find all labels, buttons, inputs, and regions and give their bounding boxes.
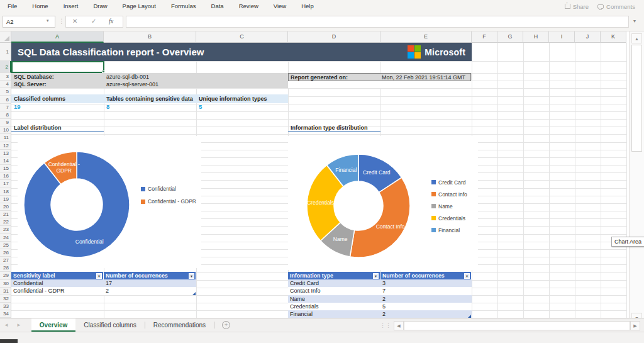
menu-item-data[interactable]: Data [204, 0, 231, 13]
sql-server-value: azure-sql-server-001 [106, 81, 158, 87]
legend-item-confidential[interactable]: Confidential [141, 183, 196, 195]
filter-dropdown-icon[interactable]: ▼ [464, 273, 470, 279]
sheet-tab-classified-columns[interactable]: Classified columns [75, 318, 144, 332]
legend-item-contact-info[interactable]: Contact Info [431, 188, 467, 200]
horizontal-scrollbar-thumb[interactable] [404, 321, 630, 330]
row-header-22[interactable]: 22 [0, 218, 11, 226]
row-header-16[interactable]: 16 [0, 172, 11, 180]
column-header-B[interactable]: B [104, 31, 196, 43]
row-header-33[interactable]: 33 [0, 303, 11, 310]
menu-item-review[interactable]: Review [231, 0, 266, 13]
row-header-4[interactable]: 4 [0, 81, 11, 88]
row-header-25[interactable]: 25 [0, 242, 11, 249]
row-header-10[interactable]: 10 [0, 127, 11, 134]
sheet-tab-recommendations[interactable]: Recommendations [145, 318, 214, 332]
column-header-C[interactable]: C [196, 31, 288, 43]
menubar-right: Share Comments [565, 3, 644, 10]
filter-dropdown-icon[interactable]: ▼ [373, 273, 379, 279]
vertical-scrollbar-thumb[interactable] [631, 45, 642, 152]
sheet-nav-right-icon[interactable]: ► [13, 318, 25, 332]
row-header-13[interactable]: 13 [0, 150, 11, 157]
column-header-E[interactable]: E [380, 31, 472, 43]
scroll-up-icon[interactable]: ▲ [631, 33, 642, 43]
menu-item-view[interactable]: View [266, 0, 294, 13]
row-header-20[interactable]: 20 [0, 203, 11, 211]
row-header-2[interactable]: 2 [0, 61, 11, 73]
column-header-I[interactable]: I [549, 31, 575, 43]
row-header-32[interactable]: 32 [0, 295, 11, 303]
status-bar [0, 332, 644, 343]
row-header-1[interactable]: 1 [0, 43, 11, 61]
column-header-G[interactable]: G [497, 31, 523, 43]
selected-cell-outline[interactable] [11, 61, 104, 73]
row-header-5[interactable]: 5 [0, 88, 11, 96]
row-header-23[interactable]: 23 [0, 226, 11, 233]
select-all-corner[interactable] [0, 31, 11, 43]
row-header-19[interactable]: 19 [0, 196, 11, 203]
row-header-29[interactable]: 29 [0, 272, 11, 279]
legend-item-confidential-gdpr[interactable]: Confidential - GDPR [141, 195, 196, 208]
label-distribution-chart[interactable]: ConfidentialConfidential -GDPRConfidenti… [18, 136, 201, 268]
menu-item-home[interactable]: Home [25, 0, 55, 13]
row-header-15[interactable]: 15 [0, 165, 11, 172]
row-header-31[interactable]: 31 [0, 288, 11, 295]
menu-item-help[interactable]: Help [294, 0, 321, 13]
scrollbar-resize-handle[interactable]: ⋮⋮ [380, 322, 391, 329]
row-header-26[interactable]: 26 [0, 249, 11, 257]
row-header-27[interactable]: 27 [0, 257, 11, 264]
fill-handle[interactable] [102, 70, 105, 73]
enter-icon[interactable]: ✓ [91, 18, 96, 25]
menu-item-formulas[interactable]: Formulas [164, 0, 204, 13]
legend-item-name[interactable]: Name [431, 200, 467, 212]
comments-button[interactable]: Comments [597, 3, 635, 10]
info-type-distribution-chart[interactable]: Credit CardContact InfoNameCredentialsFi… [288, 136, 478, 270]
share-button[interactable]: Share [565, 3, 589, 10]
row-header-21[interactable]: 21 [0, 211, 11, 218]
sheet-nav-left-icon[interactable]: ◄ [0, 318, 13, 332]
row-header-6[interactable]: 6 [0, 96, 11, 104]
sheet-tab-overview[interactable]: Overview [31, 318, 75, 332]
cancel-icon[interactable]: ✕ [72, 18, 77, 25]
column-header-D[interactable]: D [288, 31, 380, 43]
scroll-right-icon[interactable]: ▶ [630, 321, 640, 330]
column-header-F[interactable]: F [472, 31, 497, 43]
legend-swatch-icon [431, 192, 436, 196]
legend-item-financial[interactable]: Financial [431, 224, 467, 236]
row-header-24[interactable]: 24 [0, 234, 11, 242]
add-sheet-icon[interactable]: + [222, 321, 230, 329]
column-header-H[interactable]: H [523, 31, 549, 43]
insert-function-icon[interactable]: fx [109, 18, 113, 25]
row-header-7[interactable]: 7 [0, 104, 11, 111]
row-header-30[interactable]: 30 [0, 280, 11, 288]
row-header-11[interactable]: 11 [0, 134, 11, 142]
row-header-28[interactable]: 28 [0, 264, 11, 272]
row-header-12[interactable]: 12 [0, 142, 11, 150]
row-header-18[interactable]: 18 [0, 188, 11, 196]
column-header-A[interactable]: A [11, 31, 104, 43]
table-resize-handle[interactable] [192, 292, 196, 295]
scroll-left-icon[interactable]: ◀ [394, 321, 404, 330]
formula-bar-expand-icon[interactable]: ▾ [633, 18, 636, 24]
info-type-distribution-heading: Information type distribution [288, 124, 380, 132]
formula-input[interactable] [126, 16, 629, 28]
stat-types-value: 5 [196, 103, 288, 111]
menu-item-page-layout[interactable]: Page Layout [115, 0, 164, 13]
row-header-34[interactable]: 34 [0, 310, 11, 318]
legend-label: Credit Card [438, 179, 465, 186]
row-header-14[interactable]: 14 [0, 157, 11, 165]
row-header-17[interactable]: 17 [0, 180, 11, 188]
row-header-9[interactable]: 9 [0, 119, 11, 127]
menu-item-file[interactable]: File [0, 0, 25, 13]
filter-dropdown-icon[interactable]: ▼ [189, 273, 194, 279]
legend-item-credentials[interactable]: Credentials [431, 212, 467, 224]
legend-item-credit-card[interactable]: Credit Card [431, 176, 467, 188]
filter-dropdown-icon[interactable]: ▼ [96, 273, 102, 279]
column-header-J[interactable]: J [575, 31, 601, 43]
name-box-dropdown-icon[interactable]: ▾ [47, 18, 49, 23]
column-header-K[interactable]: K [601, 31, 626, 43]
row-header-3[interactable]: 3 [0, 73, 11, 81]
row-header-8[interactable]: 8 [0, 111, 11, 119]
menu-item-draw[interactable]: Draw [86, 0, 114, 13]
table-header-information-type: Information type [288, 272, 380, 279]
menu-item-insert[interactable]: Insert [56, 0, 86, 13]
